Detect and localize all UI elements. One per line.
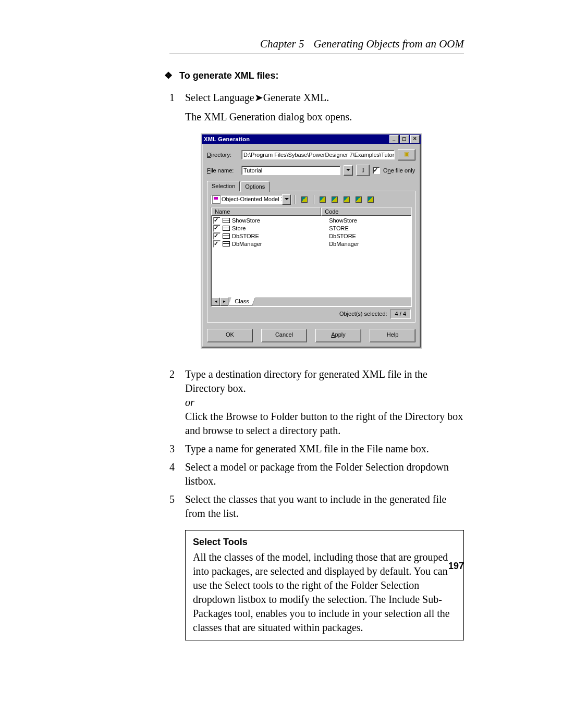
step-body: Select Language➤Generate XML. The XML Ge… [185, 91, 464, 363]
select-tool-3[interactable] [341, 194, 352, 205]
page-header: Chapter 5 Generating Objects from an OOM [169, 38, 464, 54]
col-header-name[interactable]: Name [211, 207, 321, 216]
dialog-button-row: OK Cancel Apply Help [207, 329, 415, 342]
filename-input[interactable]: Tutorial [241, 166, 340, 175]
cancel-button[interactable]: Cancel [261, 329, 307, 342]
toolbar-separator [295, 195, 296, 204]
row-name: Store [232, 225, 322, 232]
help-button[interactable]: Help [370, 329, 415, 342]
list-header: Name Code [211, 207, 411, 216]
model-icon [212, 195, 221, 204]
document-page: Chapter 5 Generating Objects from an OOM… [0, 0, 563, 728]
row-code: ShowStore [324, 217, 410, 225]
step-text: Type a destination directory for generat… [185, 368, 427, 394]
step-5: 5 Select the classes that you want to in… [169, 492, 464, 521]
step-number: 3 [169, 442, 185, 456]
chapter-title: Generating Objects from an OOM [313, 38, 464, 51]
tab-strip: Selection Options [207, 180, 415, 191]
toolbar-separator [313, 195, 314, 204]
filename-aux-button[interactable]: ▯ [356, 165, 370, 176]
step-number: 1 [169, 91, 185, 363]
row-checkbox[interactable] [213, 217, 221, 224]
step-body: Select a model or package from the Folde… [185, 460, 464, 488]
include-subpackages-tool[interactable] [299, 194, 310, 205]
close-button[interactable]: ✕ [410, 135, 420, 143]
chapter-number: Chapter 5 [260, 38, 304, 51]
diamond-bullet-icon: ❖ [164, 70, 172, 81]
status-label: Object(s) selected: [339, 310, 387, 318]
folder-icon: ▣ [404, 151, 409, 157]
row-name: ShowStore [232, 217, 322, 225]
step-2: 2 Type a destination directory for gener… [169, 367, 464, 438]
maximize-button[interactable]: ▢ [400, 135, 409, 143]
class-icon [223, 233, 230, 239]
one-file-only-checkbox[interactable] [373, 167, 380, 174]
directory-input[interactable]: D:\Program Files\Sybase\PowerDesigner 7\… [241, 150, 395, 159]
row-checkbox[interactable] [213, 225, 221, 232]
list-item[interactable]: DbManager DbManager [212, 240, 410, 248]
step-number: 5 [169, 492, 185, 521]
browse-folder-button[interactable]: ▣ [398, 149, 415, 161]
status-row: Object(s) selected: 4 / 4 [211, 309, 412, 319]
step-text-post: Generate XML. [263, 92, 329, 103]
ok-button[interactable]: OK [207, 329, 253, 342]
selection-toolbar: Object-Oriented Model 1 [211, 194, 412, 205]
row-code: DbSTORE [324, 232, 410, 240]
step-body: Type a name for generated XML file in th… [185, 442, 464, 456]
infobox-title: Select Tools [193, 536, 456, 548]
class-icon [223, 226, 230, 231]
class-icon [223, 218, 230, 223]
apply-button[interactable]: Apply [315, 329, 361, 342]
filename-label: File name: [207, 167, 238, 175]
selection-panel: Object-Oriented Model 1 [207, 191, 415, 323]
step-4: 4 Select a model or package from the Fol… [169, 460, 464, 488]
row-checkbox[interactable] [213, 240, 221, 248]
folder-selection-dropdown[interactable]: Object-Oriented Model 1 [211, 195, 291, 204]
status-value: 4 / 4 [390, 309, 411, 319]
section-heading: ❖ To generate XML files: [164, 70, 464, 81]
list-item[interactable]: ShowStore ShowStore [212, 217, 410, 225]
folder-selection-dropdown-button[interactable] [282, 194, 291, 205]
one-file-only-label: One file only [383, 167, 415, 175]
tab-selection[interactable]: Selection [207, 181, 240, 191]
row-checkbox[interactable] [213, 232, 221, 240]
filename-row: File name: Tutorial ▯ One file only [207, 165, 415, 176]
section-heading-text: To generate XML files: [179, 70, 278, 81]
step-body: Select the classes that you want to incl… [185, 492, 464, 521]
steps-list: 1 Select Language➤Generate XML. The XML … [169, 91, 464, 521]
directory-row: Directory: D:\Program Files\Sybase\Power… [207, 149, 415, 161]
minimize-button[interactable]: _ [389, 135, 399, 143]
step-subtext: The XML Generation dialog box opens. [185, 110, 464, 124]
step-3: 3 Type a name for generated XML file in … [169, 442, 464, 456]
select-tool-1[interactable] [317, 194, 328, 205]
select-tool-2[interactable] [329, 194, 340, 205]
bottom-tab-class[interactable]: Class [228, 298, 255, 306]
xml-generation-dialog: XML Generation _ ▢ ✕ Directory: D:\Progr… [201, 133, 422, 349]
list-rows: ShowStore ShowStore Store STORE [211, 216, 411, 249]
step-body: Type a destination directory for generat… [185, 367, 464, 438]
row-code: DbManager [324, 240, 410, 248]
scroll-right-button[interactable]: ▸ [220, 298, 228, 306]
row-name: DbSTORE [232, 232, 322, 240]
document-icon: ▯ [361, 166, 364, 172]
dialog-title: XML Generation [204, 135, 388, 143]
scroll-left-button[interactable]: ◂ [212, 298, 220, 306]
step-text-pre: Select Language [185, 92, 254, 103]
step-or: or [185, 396, 464, 410]
directory-label: Directory: [207, 151, 238, 159]
list-item[interactable]: Store STORE [212, 225, 410, 232]
select-tools-infobox: Select Tools All the classes of the mode… [185, 530, 464, 640]
menu-arrow-icon: ➤ [254, 92, 263, 103]
infobox-body: All the classes of the model, including … [193, 550, 456, 635]
filename-dropdown-button[interactable] [344, 165, 353, 176]
dialog-screenshot-wrap: XML Generation _ ▢ ✕ Directory: D:\Progr… [201, 133, 464, 349]
list-item[interactable]: DbSTORE DbSTORE [212, 232, 410, 240]
dialog-titlebar[interactable]: XML Generation _ ▢ ✕ [202, 134, 421, 144]
select-tool-5[interactable] [365, 194, 376, 205]
page-number: 197 [448, 561, 464, 572]
col-header-code[interactable]: Code [321, 207, 411, 216]
classes-listbox[interactable]: Name Code ShowStore ShowStore [211, 207, 412, 307]
tab-options[interactable]: Options [240, 181, 270, 192]
step-1: 1 Select Language➤Generate XML. The XML … [169, 91, 464, 363]
select-tool-4[interactable] [353, 194, 364, 205]
